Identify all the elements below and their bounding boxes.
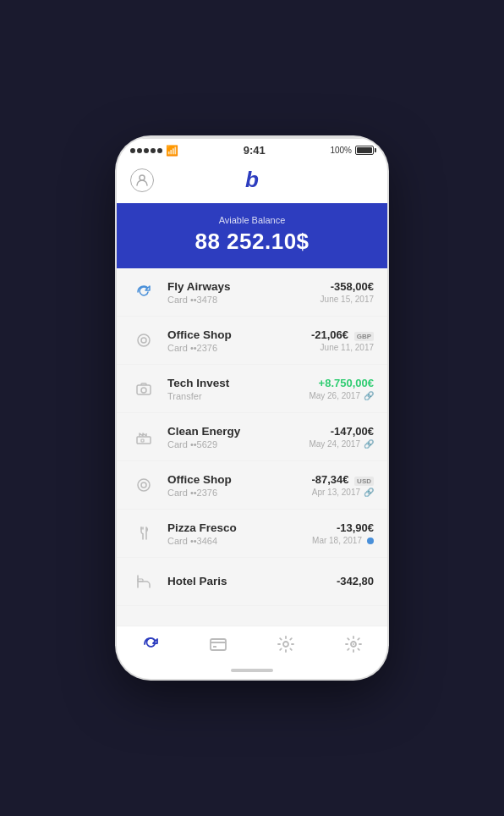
wifi-icon: 📶: [166, 145, 178, 157]
transaction-amount: -358,00€: [320, 280, 374, 293]
transaction-name: Office Shop: [167, 473, 301, 486]
transaction-name: Office Shop: [167, 328, 301, 341]
transaction-date: June 15, 2017: [320, 295, 374, 304]
transaction-date: Apr 13, 2017 🔗: [311, 488, 374, 497]
transaction-amount: -87,34€ USD: [311, 473, 374, 486]
svg-point-2: [141, 338, 146, 343]
svg-point-8: [141, 482, 146, 488]
svg-point-4: [141, 388, 146, 393]
shop-icon: [130, 327, 157, 354]
transaction-date: May 24, 2017 🔗: [309, 439, 374, 449]
signal-dots: [130, 148, 162, 153]
currency-badge: USD: [354, 477, 374, 486]
transaction-right: -13,90€ Mar 18, 2017: [312, 521, 374, 545]
app-header: b: [117, 160, 387, 203]
transaction-sub: Card ••3478: [167, 295, 310, 305]
transaction-name: Hotel Paris: [167, 575, 326, 587]
camera-icon: [130, 375, 157, 402]
transaction-info: Pizza Fresco Card ••3464: [167, 521, 302, 546]
transaction-name: Pizza Fresco: [167, 521, 302, 534]
status-right: 100%: [330, 146, 374, 155]
dot-indicator: [367, 538, 374, 544]
transaction-sub: Card ••5629: [167, 439, 299, 449]
app-logo: b: [245, 167, 259, 193]
transaction-right: -358,00€ June 15, 2017: [320, 280, 374, 304]
lock-icon: 🔗: [364, 488, 374, 497]
transaction-name: Fly Airways: [167, 280, 310, 293]
transaction-info: Office Shop Card ••2376: [167, 473, 301, 498]
battery-fill: [357, 147, 372, 153]
transaction-sub: Card ••2376: [167, 488, 301, 498]
shop-icon: [130, 471, 157, 499]
bottom-nav: [117, 626, 387, 664]
transaction-amount: -147,00€: [309, 425, 374, 438]
lock-icon: 🔗: [364, 439, 374, 449]
transaction-name: Tech Invest: [167, 377, 299, 389]
table-row[interactable]: Pizza Fresco Card ••3464 -13,90€ Mar 18,…: [117, 510, 387, 558]
phone-frame: 📶 9:41 100% b Aviable Balance: [117, 137, 387, 679]
table-row[interactable]: Clean Energy Card ••5629 -147,00€ May 24…: [117, 413, 387, 461]
svg-point-14: [353, 643, 354, 645]
transaction-info: Hotel Paris: [167, 575, 326, 589]
transaction-date: June 11, 2017: [311, 343, 374, 352]
svg-point-7: [138, 479, 150, 491]
svg-rect-11: [213, 646, 216, 648]
transaction-date: May 26, 2017 🔗: [309, 391, 374, 400]
table-row[interactable]: Hotel Paris -342,80: [117, 558, 387, 606]
table-row[interactable]: Office Shop Card ••2376 -87,34€ USD Apr …: [117, 461, 387, 510]
svg-rect-6: [141, 439, 144, 442]
transaction-sub: Card ••3464: [167, 536, 302, 546]
factory-icon: [130, 423, 157, 450]
battery-icon: [355, 146, 374, 155]
balance-amount: 88 252.10$: [130, 229, 374, 255]
svg-point-1: [138, 334, 150, 346]
nav-settings[interactable]: [277, 635, 295, 653]
hotel-icon: [130, 568, 157, 595]
transaction-right: -342,80: [337, 575, 374, 589]
currency-badge: GBP: [354, 332, 374, 341]
table-row[interactable]: Tech Invest Transfer +8.750,00€ May 26, …: [117, 365, 387, 413]
svg-point-12: [283, 642, 288, 647]
transaction-right: +8.750,00€ May 26, 2017 🔗: [309, 377, 374, 400]
transaction-name: Clean Energy: [167, 425, 299, 438]
nav-transactions[interactable]: [141, 635, 160, 653]
lock-icon: 🔗: [364, 391, 374, 400]
transaction-amount: -13,90€: [312, 521, 374, 534]
transaction-amount: -342,80: [337, 575, 374, 587]
transaction-right: -21,06€ GBP June 11, 2017: [311, 328, 374, 352]
transaction-info: Fly Airways Card ••3478: [167, 280, 310, 305]
refresh-icon: [130, 278, 157, 306]
svg-rect-9: [138, 579, 143, 582]
battery-percent: 100%: [330, 146, 352, 155]
status-left: 📶: [130, 145, 178, 157]
home-indicator: [117, 664, 387, 679]
transaction-list: Fly Airways Card ••3478 -358,00€ June 15…: [117, 268, 387, 626]
transaction-amount: +8.750,00€: [309, 377, 374, 389]
svg-rect-10: [211, 639, 226, 650]
table-row[interactable]: Fly Airways Card ••3478 -358,00€ June 15…: [117, 268, 387, 317]
table-row[interactable]: Office Shop Card ••2376 -21,06€ GBP June…: [117, 317, 387, 365]
status-time: 9:41: [244, 144, 266, 157]
transaction-info: Office Shop Card ••2376: [167, 328, 301, 353]
transaction-info: Clean Energy Card ••5629: [167, 425, 299, 449]
transaction-info: Tech Invest Transfer: [167, 377, 299, 401]
home-bar: [231, 669, 273, 672]
balance-label: Aviable Balance: [130, 215, 374, 225]
balance-banner: Aviable Balance 88 252.10$: [117, 203, 387, 268]
avatar-button[interactable]: [130, 168, 154, 192]
status-bar: 📶 9:41 100%: [117, 137, 387, 160]
transaction-amount: -21,06€ GBP: [311, 328, 374, 341]
transaction-right: -87,34€ USD Apr 13, 2017 🔗: [311, 473, 374, 497]
fork-knife-icon: [130, 520, 157, 547]
nav-more[interactable]: [344, 635, 363, 653]
transaction-date: Mar 18, 2017: [312, 536, 374, 545]
svg-point-0: [140, 175, 145, 180]
nav-card[interactable]: [209, 635, 227, 653]
transaction-sub: Transfer: [167, 391, 299, 401]
transaction-sub: Card ••2376: [167, 343, 301, 353]
transaction-right: -147,00€ May 24, 2017 🔗: [309, 425, 374, 449]
